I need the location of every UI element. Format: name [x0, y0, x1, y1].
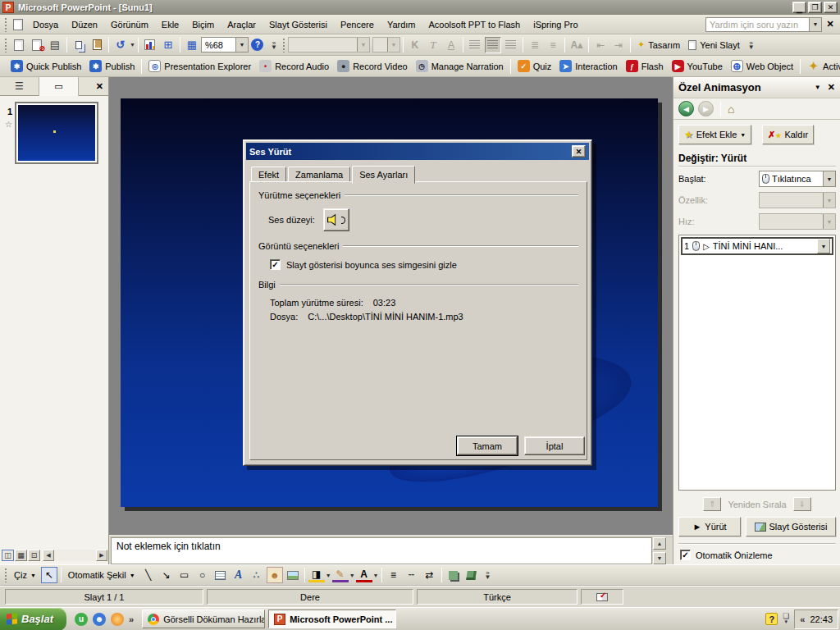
notes-editor[interactable]: Not eklemek için tıklatın [111, 537, 652, 564]
minimize-button[interactable]: ▁ [792, 2, 806, 13]
start-combobox[interactable]: Tıklatınca ▼ [759, 171, 836, 187]
quiz-button[interactable]: ✓Quiz [514, 57, 556, 75]
utorrent-icon[interactable]: u [75, 613, 88, 626]
tab-slides[interactable]: ▭ [39, 77, 79, 96]
volume-button[interactable] [323, 208, 349, 231]
rectangle-icon[interactable]: ▭ [176, 567, 193, 583]
restore-button[interactable]: ❐ [808, 2, 822, 13]
italic-button[interactable]: T [425, 37, 441, 53]
new-document-icon[interactable] [11, 37, 27, 53]
tab-ses-ayarlari[interactable]: Ses Ayarları [352, 166, 415, 184]
messenger-icon[interactable]: ☻ [93, 613, 106, 626]
arrow-icon[interactable]: ↘ [158, 567, 175, 583]
undo-icon[interactable]: ↺ [112, 37, 129, 53]
copy-icon[interactable] [71, 37, 87, 53]
font-color-icon[interactable]: A [356, 568, 372, 582]
manage-narration-button[interactable]: ◷Manage Narration [412, 57, 508, 75]
cancel-button[interactable]: İptal [524, 436, 585, 455]
increase-font-icon[interactable]: A▴ [568, 37, 585, 53]
toolbar-options-chevron[interactable]: »▼ [746, 37, 757, 53]
oval-icon[interactable]: ○ [194, 567, 211, 583]
orange-app-icon[interactable] [111, 613, 124, 626]
scroll-track[interactable] [54, 550, 96, 561]
increase-indent-icon[interactable]: ⇥ [610, 37, 627, 53]
help-dropdown-icon[interactable]: ▼ [809, 18, 821, 31]
hide-icon-row[interactable]: ✓ Slayt gösterisi boyunca ses simgesini … [270, 259, 587, 270]
shadow-style-icon[interactable] [445, 567, 462, 583]
tab-efekt[interactable]: Efekt [251, 167, 286, 182]
menu-slayt-gosterisi[interactable]: Slayt Gösterisi [262, 20, 334, 30]
play-button[interactable]: ► Yürüt [678, 517, 741, 536]
text-box-icon[interactable] [212, 567, 229, 583]
zoom-dropdown-icon[interactable]: ▼ [235, 38, 248, 52]
print-icon[interactable]: ▤ [47, 37, 63, 53]
document-close-icon[interactable]: ✕ [822, 19, 838, 30]
menu-araclar[interactable]: Araçlar [221, 20, 262, 30]
flash-button[interactable]: fFlash [622, 57, 668, 75]
underline-button[interactable]: A [443, 37, 459, 53]
decrease-indent-icon[interactable]: ⇤ [592, 37, 609, 53]
record-audio-button[interactable]: •Record Audio [255, 57, 333, 75]
line-color-icon[interactable]: ✎ [332, 568, 349, 582]
record-video-button[interactable]: ●Record Video [333, 57, 411, 75]
auto-preview-checkbox[interactable]: ✓ [680, 550, 691, 560]
arrow-style-icon[interactable]: ⇄ [422, 567, 438, 583]
zoom-combobox[interactable]: %68 ▼ [201, 37, 249, 52]
scroll-up-icon[interactable]: ▲ [653, 537, 666, 550]
publish-button[interactable]: ✱Publish [85, 57, 139, 75]
animation-item-dropdown-icon[interactable]: ▼ [817, 239, 830, 253]
insert-picture-icon[interactable] [285, 567, 301, 583]
autoshapes-menu-button[interactable]: Otomatik Şekil ▼ [64, 566, 139, 584]
slide-sorter-view-icon[interactable]: ▦ [15, 550, 27, 561]
menu-duzen[interactable]: Düzen [65, 20, 104, 30]
taskbar-window-chrome[interactable]: Görselli Döküman Hazırla... [142, 609, 265, 628]
toolbar-options-chevron[interactable]: »▼ [268, 37, 280, 53]
activate-button[interactable]: ✦Activate [803, 57, 840, 75]
task-pane-dropdown-icon[interactable]: ▼ [815, 84, 821, 91]
ok-button[interactable]: Tamam [457, 436, 518, 455]
line-icon[interactable]: ╲ [140, 567, 157, 583]
line-color-dropdown-icon[interactable]: ▼ [349, 573, 355, 578]
tray-help-icon[interactable]: ? [765, 613, 778, 625]
presentation-explorer-button[interactable]: ◎Presentation Explorer [144, 57, 255, 75]
close-button[interactable]: ✕ [824, 2, 838, 13]
task-pane-close-icon[interactable]: ✕ [828, 82, 835, 93]
paste-icon[interactable] [89, 37, 105, 53]
scroll-down-icon[interactable]: ▼ [653, 552, 666, 564]
wordart-icon[interactable]: A [231, 567, 247, 583]
normal-view-icon[interactable]: ◫ [2, 550, 14, 561]
clip-art-icon[interactable]: ☻ [267, 567, 283, 583]
hide-sound-icon-checkbox[interactable]: ✓ [270, 259, 281, 270]
slide-design-button[interactable]: ✦ Tasarım [633, 36, 684, 54]
font-color-dropdown-icon[interactable]: ▼ [373, 573, 379, 578]
dash-style-icon[interactable]: ╌ [404, 567, 420, 583]
menu-pencere[interactable]: Pencere [334, 20, 381, 30]
start-button[interactable]: Başlat [0, 608, 66, 630]
insert-table-icon[interactable]: ⊞ [160, 37, 176, 53]
menu-gorunum[interactable]: Görünüm [104, 20, 155, 30]
interaction-button[interactable]: ➤Interaction [555, 57, 621, 75]
slide-thumbnail[interactable] [15, 102, 98, 164]
scroll-left-icon[interactable]: ◀ [43, 550, 54, 561]
menu-dosya[interactable]: Dosya [26, 20, 65, 30]
menu-acoolsoft[interactable]: Acoolsoft PPT to Flash [422, 20, 527, 30]
toolbar-options-chevron[interactable]: »▼ [482, 567, 494, 583]
slideshow-button[interactable]: Slayt Gösterisi [746, 517, 836, 536]
menu-ispring[interactable]: iSpring Pro [527, 20, 584, 30]
home-icon[interactable]: ⌂ [728, 103, 734, 116]
quick-launch-chevron-icon[interactable]: » [129, 614, 134, 624]
numbered-list-icon[interactable]: ≣ [527, 37, 543, 53]
new-slide-button[interactable]: Yeni Slayt [684, 36, 744, 54]
notes-scrollbar[interactable]: ▲ ▼ [653, 537, 666, 564]
draw-menu-button[interactable]: Çiz ▼ [10, 566, 40, 584]
align-right-icon[interactable] [503, 37, 519, 53]
bullet-list-icon[interactable]: ≡ [545, 37, 561, 53]
scroll-right-icon[interactable]: ▶ [96, 550, 107, 561]
tray-collapse-chevron-icon[interactable]: « [800, 614, 805, 624]
permission-icon[interactable]: ⊘ [29, 37, 45, 53]
line-style-icon[interactable]: ≡ [386, 567, 402, 583]
web-object-button[interactable]: ⊕Web Object [727, 57, 797, 75]
auto-preview-row[interactable]: ✓ Otomatik Önizleme [680, 550, 773, 560]
menu-bicim[interactable]: Biçim [185, 20, 221, 30]
panel-close-icon[interactable]: ✕ [96, 81, 103, 92]
